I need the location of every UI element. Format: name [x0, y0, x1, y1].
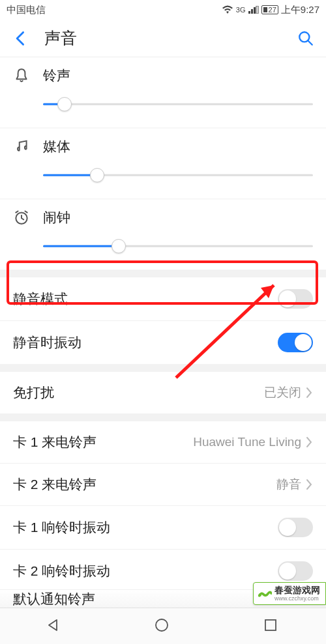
chevron-right-icon — [305, 386, 313, 399]
sim1-ringtone-label: 卡 1 来电铃声 — [13, 433, 193, 451]
silent-mode-row[interactable]: 静音模式 — [0, 277, 326, 320]
signal-icon — [248, 6, 259, 14]
svg-rect-0 — [248, 11, 250, 14]
sim2-ringtone-label: 卡 2 来电铃声 — [13, 475, 276, 494]
sim2-ringtone-value: 静音 — [276, 476, 301, 493]
nav-bar — [0, 608, 326, 644]
vibrate-on-silent-toggle[interactable] — [278, 333, 313, 352]
back-button[interactable] — [12, 29, 30, 48]
sim-ringtone-group: 卡 1 来电铃声 Huawei Tune Living 卡 2 来电铃声 静音 … — [0, 421, 326, 593]
media-label: 媒体 — [43, 137, 70, 156]
page-title: 声音 — [44, 27, 297, 49]
dnd-value: 已关闭 — [264, 384, 301, 401]
svg-rect-2 — [254, 7, 256, 14]
dnd-row[interactable]: 免打扰 已关闭 — [0, 372, 326, 413]
sim2-vibrate-toggle[interactable] — [278, 561, 313, 581]
nav-home-button[interactable] — [154, 617, 172, 636]
alarm-slider[interactable] — [43, 238, 313, 254]
bell-icon — [13, 67, 30, 84]
sim1-ringtone-value: Huawei Tune Living — [193, 435, 301, 449]
svg-line-5 — [308, 40, 312, 45]
svg-rect-1 — [251, 9, 253, 14]
sim1-vibrate-toggle[interactable] — [278, 518, 313, 537]
status-bar: 中国电信 3G 27 上午9:27 — [0, 0, 326, 20]
wifi-icon — [222, 5, 233, 14]
ringtone-slider[interactable] — [43, 96, 313, 112]
silent-mode-label: 静音模式 — [13, 290, 278, 308]
alarm-clock-icon — [13, 209, 30, 226]
chevron-right-icon — [305, 436, 313, 449]
vibrate-on-silent-row[interactable]: 静音时振动 — [0, 320, 326, 364]
dnd-group: 免打扰 已关闭 — [0, 372, 326, 413]
header: 声音 — [0, 20, 326, 57]
svg-point-9 — [258, 593, 261, 596]
music-note-icon — [13, 138, 30, 155]
chevron-right-icon — [305, 478, 313, 491]
search-button[interactable] — [297, 30, 314, 47]
nav-recent-button[interactable] — [263, 617, 281, 636]
silent-group: 静音模式 静音时振动 — [0, 277, 326, 364]
time-label: 上午9:27 — [281, 4, 319, 16]
battery-indicator: 27 — [261, 5, 278, 14]
nav-back-button[interactable] — [45, 617, 63, 636]
ringtone-slider-row: 铃声 — [0, 57, 326, 128]
watermark-name: 春蚕游戏网 — [274, 585, 320, 595]
vibrate-on-silent-label: 静音时振动 — [13, 333, 278, 352]
worm-icon — [258, 588, 272, 600]
watermark: 春蚕游戏网 www.czchxy.com — [253, 582, 326, 605]
default-notification-label: 默认通知铃声 — [13, 590, 95, 608]
svg-point-10 — [156, 619, 168, 631]
dnd-label: 免打扰 — [13, 384, 264, 402]
network-label: 3G — [236, 6, 246, 14]
media-slider[interactable] — [43, 167, 313, 183]
silent-mode-toggle[interactable] — [278, 289, 313, 309]
media-slider-row: 媒体 — [0, 128, 326, 199]
ringtone-label: 铃声 — [43, 66, 70, 85]
carrier-label: 中国电信 — [7, 4, 46, 16]
sim2-vibrate-label: 卡 2 响铃时振动 — [13, 562, 278, 580]
volume-sliders-group: 铃声 媒体 — [0, 57, 326, 270]
watermark-url: www.czchxy.com — [274, 596, 320, 602]
alarm-label: 闹钟 — [43, 208, 70, 227]
alarm-slider-row: 闹钟 — [0, 199, 326, 270]
sim1-vibrate-row[interactable]: 卡 1 响铃时振动 — [0, 505, 326, 549]
sim1-ringtone-row[interactable]: 卡 1 来电铃声 Huawei Tune Living — [0, 421, 326, 463]
svg-rect-11 — [265, 620, 276, 630]
svg-rect-3 — [256, 6, 258, 14]
sim1-vibrate-label: 卡 1 响铃时振动 — [13, 518, 278, 537]
sim2-ringtone-row[interactable]: 卡 2 来电铃声 静音 — [0, 463, 326, 505]
